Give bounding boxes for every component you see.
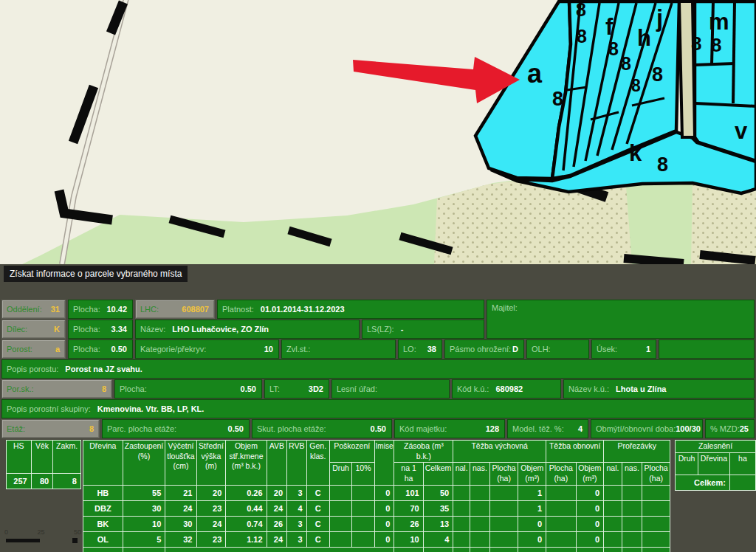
species-cell — [642, 516, 670, 531]
species-cell — [329, 516, 352, 531]
species-cell: 30 — [165, 516, 196, 531]
species-cell — [453, 485, 470, 500]
field-skut-plocha: Skut. plocha etáže: 0.50 — [252, 419, 392, 438]
species-cell — [546, 500, 576, 516]
zalesneni-table: Zalesnění Druh Dřevina ha Celkem: — [675, 440, 756, 491]
species-cell: 0 — [576, 531, 604, 547]
species-cell: 0 — [576, 516, 604, 531]
field-filler — [659, 339, 755, 359]
field-nazev-ku: Název k.ú.: Lhota u Zlína — [563, 379, 755, 399]
species-cell: C — [306, 531, 329, 547]
species-header-avb: AVB — [267, 441, 287, 486]
species-row-hb: HB 55 21 20 0.26 20 3 C 0 101 50 1 — [83, 485, 670, 500]
field-platnost: Platnost: 01.01.2014-31.12.2023 — [217, 300, 484, 319]
species-cell: 26 — [394, 516, 423, 531]
species-header-drevina: Dřevina — [83, 441, 123, 486]
field-nazev: Název: LHO Luhačovice, ZO Zlín — [135, 320, 360, 339]
map-number-8: 8 — [621, 53, 631, 74]
field-plocha-dilec: Plocha: 3.34 — [68, 320, 133, 339]
field-olh: OLH: — [526, 339, 589, 359]
map-tooltip: Získat informace o parcele vybraného mís… — [4, 266, 188, 282]
species-cell — [329, 485, 352, 500]
species-cell — [453, 516, 470, 531]
species-cell: 35 — [423, 500, 453, 516]
species-cell — [329, 531, 352, 547]
species-cell: 3 — [287, 531, 306, 547]
species-cell: C — [306, 485, 329, 500]
parcel-letter-v: v — [735, 118, 748, 144]
species-cell: 20 — [267, 485, 287, 500]
zalesneni-header: Zalesnění — [676, 441, 756, 453]
info-row-2: Dílec: K Plocha: 3.34 Název: LHO Luhačov… — [1, 320, 484, 339]
species-header-poskozeni: Poškození — [329, 441, 374, 463]
species-cell: 30 — [123, 500, 165, 516]
species-cell: 32 — [165, 531, 196, 547]
species-cell: 0 — [374, 485, 394, 500]
species-cell: 0 — [576, 547, 604, 552]
field-lo: LO: 38 — [398, 339, 442, 359]
species-cell — [470, 531, 490, 547]
species-header-imise: Imise — [374, 441, 394, 486]
map-number-8: 8 — [552, 88, 563, 110]
species-row-dbz: DBZ 30 24 23 0.44 24 4 C 0 70 35 1 — [83, 500, 670, 516]
species-cell: 70 — [394, 500, 423, 516]
species-cell: 55 — [123, 485, 165, 500]
species-cell: 20 — [196, 485, 226, 500]
info-row-1: Oddělení: 31 Plocha: 10.42 LHC: 608807 — [1, 300, 484, 319]
species-cell: 3 — [287, 516, 306, 531]
species-section: HS Věk Zakm. 257 80 8 — [6, 440, 756, 552]
species-header-hs: HS — [7, 441, 32, 474]
species-cell: 80 — [31, 474, 53, 489]
species-header-rvb: RVB — [287, 441, 306, 486]
field-mzd: % MZD: 25 — [705, 419, 755, 438]
species-cell: 4 — [287, 500, 306, 516]
species-cell — [622, 516, 642, 531]
species-cell: 0 — [374, 531, 394, 547]
species-cell — [642, 485, 670, 500]
species-total-row: Celkem: 100 207 102 0 1 0.50 2 0.00 0 0 … — [83, 547, 670, 552]
species-cell — [642, 531, 670, 547]
species-header-vycetni: Výčetní tloušťka (cm) — [165, 441, 196, 486]
parcel-letter-j: j — [656, 4, 663, 32]
field-kod-majetku: Kód majetku: 128 — [394, 419, 505, 438]
species-cell — [622, 531, 642, 547]
species-cell — [604, 500, 622, 516]
species-header-gen-klas: Gen. klas. — [306, 441, 329, 486]
species-cell: 207 — [394, 547, 423, 552]
field-popis-skupiny: Popis porostní skupiny: Kmenovina. Vtr. … — [1, 399, 755, 418]
species-cell: 0 — [518, 531, 546, 547]
map-canvas[interactable]: a 8 8 8 f 8 8 h 8 j 8 m 8 8 k 8 v — [0, 0, 756, 264]
species-cell: 2 — [518, 547, 546, 552]
species-header-10pct: 10% — [352, 463, 374, 485]
species-cell: 50 — [423, 485, 453, 500]
field-popis-porostu: Popis porostu: Porost na JZ svahu. — [1, 359, 755, 379]
species-cell: 0.26 — [226, 485, 267, 500]
parcel-letter-m: m — [709, 9, 729, 35]
scale-tick-50: 50 — [74, 528, 81, 536]
field-etaz: Etáž: 8 — [1, 419, 100, 438]
species-header-druh: Druh — [329, 463, 352, 485]
zalesneni-header-ha: ha — [729, 452, 755, 475]
species-cell: 13 — [423, 516, 453, 531]
species-cell: 0.44 — [226, 500, 267, 516]
zalesneni-header-druh: Druh — [676, 452, 698, 475]
species-header-objem-kmene: Objem stř.kmene (m³ b.k.) — [226, 441, 267, 486]
field-porost: Porost: a — [1, 339, 66, 359]
parcel-letter-f: f — [605, 14, 614, 40]
species-cell — [165, 547, 394, 552]
species-cell — [604, 531, 622, 547]
species-cell: 0 — [374, 516, 394, 531]
pale-strip — [679, 1, 695, 137]
field-model-tez: Model. těž. %: 4 — [507, 419, 588, 438]
species-cell: 24 — [267, 500, 287, 516]
species-cell: 0.00 — [642, 547, 670, 552]
species-header-zasoba: Zásoba (m³ b.k.) — [394, 441, 453, 463]
field-pasmo: Pásmo ohrožení: D — [444, 339, 524, 359]
parcel-letter-h: h — [637, 25, 651, 51]
species-cell — [489, 500, 518, 516]
species-cell: 101 — [394, 485, 423, 500]
map-number-8: 8 — [631, 76, 641, 95]
species-cell — [453, 531, 470, 547]
species-cell — [329, 500, 352, 516]
species-cell: DBZ — [83, 500, 123, 516]
